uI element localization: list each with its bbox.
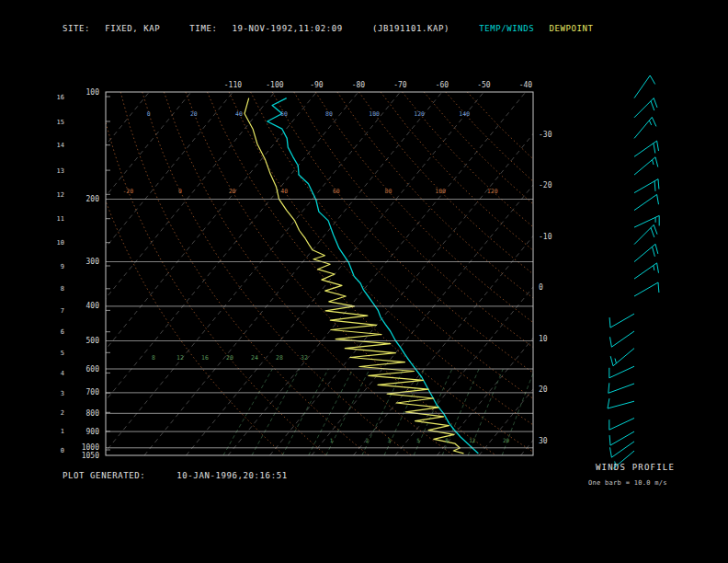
svg-text:14: 14 [57, 142, 64, 149]
app-window: 1002003004005006007008009001000105016151… [0, 0, 728, 563]
svg-text:500: 500 [86, 337, 100, 345]
site-label: SITE: [63, 24, 90, 33]
svg-text:40: 40 [235, 110, 243, 118]
svg-text:3: 3 [387, 437, 391, 443]
svg-text:28: 28 [276, 354, 283, 362]
svg-text:60: 60 [333, 188, 340, 195]
plot-generated-value: 10-JAN-1996,20:16:51 [176, 471, 287, 480]
svg-text:20: 20 [190, 110, 198, 118]
svg-text:16: 16 [201, 354, 209, 362]
svg-text:20: 20 [229, 188, 236, 195]
svg-text:15: 15 [57, 119, 64, 126]
svg-text:10: 10 [57, 239, 64, 247]
svg-text:10: 10 [539, 335, 548, 343]
svg-text:8: 8 [152, 354, 155, 362]
svg-text:800: 800 [86, 409, 100, 418]
svg-text:100: 100 [86, 88, 100, 97]
svg-text:0: 0 [178, 188, 182, 195]
svg-text:13: 13 [57, 167, 64, 175]
svg-text:-70: -70 [393, 81, 407, 89]
svg-text:140: 140 [459, 110, 470, 118]
svg-text:8: 8 [445, 437, 449, 443]
winds-profile-title: WINDS PROFILE [596, 463, 675, 472]
svg-text:30: 30 [539, 437, 548, 445]
svg-text:0: 0 [147, 110, 151, 118]
svg-text:900: 900 [86, 428, 100, 436]
svg-text:80: 80 [325, 110, 333, 118]
svg-text:12: 12 [469, 437, 476, 443]
header: SITE: FIXED, KAP TIME: 19-NOV-1992,11:02… [63, 24, 603, 33]
svg-text:1: 1 [61, 428, 64, 435]
svg-text:-100: -100 [266, 81, 283, 89]
svg-text:1050: 1050 [82, 452, 99, 460]
svg-text:5: 5 [61, 350, 64, 357]
svg-text:100: 100 [435, 188, 446, 195]
svg-text:200: 200 [86, 195, 100, 203]
time-label: TIME: [189, 24, 217, 33]
time-value: 19-NOV-1992,11:02:09 [232, 24, 342, 33]
svg-text:-110: -110 [224, 81, 242, 89]
svg-text:2: 2 [365, 437, 369, 443]
svg-text:20: 20 [539, 385, 548, 394]
svg-text:5: 5 [416, 437, 420, 443]
svg-text:700: 700 [86, 388, 100, 396]
svg-text:300: 300 [86, 258, 100, 266]
temp-winds-legend: TEMP/WINDS [479, 24, 534, 33]
svg-text:3: 3 [61, 390, 64, 397]
svg-text:120: 120 [487, 188, 498, 195]
svg-text:-90: -90 [310, 81, 324, 89]
svg-text:-20: -20 [539, 181, 552, 190]
svg-text:0: 0 [539, 283, 543, 292]
plot-generated-label: PLOT GENERATED: [63, 471, 145, 480]
svg-text:-50: -50 [477, 81, 491, 89]
svg-text:20: 20 [503, 437, 510, 443]
svg-text:4: 4 [61, 370, 64, 377]
svg-text:100: 100 [369, 110, 380, 118]
site-value: FIXED, KAP [105, 24, 160, 33]
svg-text:7: 7 [61, 307, 64, 315]
plot-generated-line: PLOT GENERATED: 10-JAN-1996,20:16:51 [63, 471, 288, 480]
svg-text:80: 80 [384, 188, 392, 195]
svg-text:32: 32 [301, 354, 308, 362]
svg-text:12: 12 [176, 354, 184, 362]
winds-profile-caption: One barb = 10.0 m/s [588, 479, 667, 487]
file-name: (JB191101.KAP) [372, 24, 449, 33]
svg-text:24: 24 [251, 354, 258, 362]
svg-text:40: 40 [280, 188, 288, 195]
dewpoint-legend: DEWPOINT [549, 24, 593, 33]
svg-text:11: 11 [57, 215, 64, 223]
svg-text:0: 0 [61, 447, 64, 454]
svg-text:-60: -60 [436, 81, 449, 89]
svg-text:600: 600 [86, 365, 100, 373]
svg-text:9: 9 [61, 263, 64, 270]
svg-text:16: 16 [57, 94, 64, 101]
svg-text:-30: -30 [539, 131, 552, 139]
svg-text:20: 20 [226, 354, 233, 362]
svg-text:-40: -40 [519, 81, 533, 89]
svg-text:2: 2 [61, 409, 64, 417]
svg-text:-10: -10 [539, 233, 552, 241]
svg-text:400: 400 [86, 302, 100, 310]
svg-text:6: 6 [61, 328, 64, 336]
svg-text:60: 60 [280, 110, 288, 118]
svg-text:8: 8 [61, 285, 64, 293]
svg-text:12: 12 [57, 191, 64, 199]
svg-text:-80: -80 [352, 81, 366, 89]
svg-text:120: 120 [414, 110, 425, 118]
svg-text:-20: -20 [122, 188, 133, 195]
svg-text:1: 1 [330, 437, 334, 443]
